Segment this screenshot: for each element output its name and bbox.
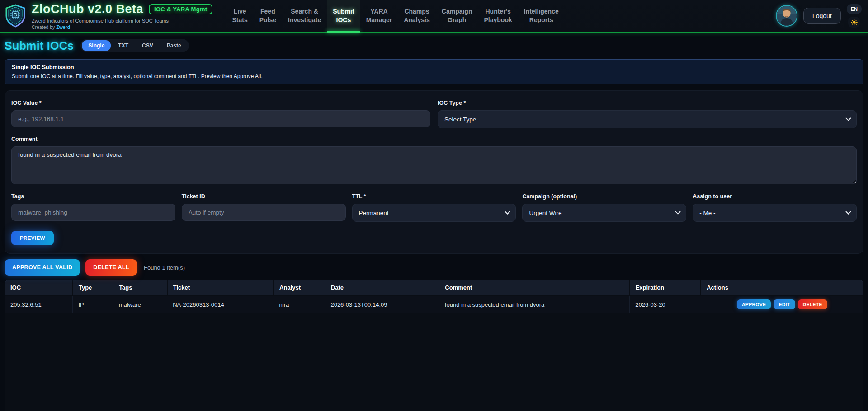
row-approve-button[interactable]: APPROVE — [737, 299, 771, 309]
preview-button[interactable]: PREVIEW — [11, 231, 54, 245]
approve-all-valid-button[interactable]: APPROVE ALL VALID — [5, 259, 80, 276]
nav-item-intelligence-reports[interactable]: Intelligence Reports — [518, 0, 565, 32]
comment-textarea[interactable]: found in a suspected email from dvora — [11, 146, 857, 184]
ioc-value-label: IOC Value * — [11, 100, 430, 106]
comment-group: Comment found in a suspected email from … — [11, 136, 857, 186]
sun-icon — [851, 19, 858, 26]
info-banner-text: Submit one IOC at a time. Fill value, ty… — [12, 73, 856, 79]
col-header-actions: Actions — [701, 280, 863, 295]
ttl-label: TTL * — [352, 193, 516, 200]
nav-item-submit-iocs[interactable]: Submit IOCs — [327, 0, 360, 32]
table-row: 205.32.6.51 IP malware NA-20260313-0014 … — [5, 295, 863, 313]
page-title-row: Submit IOCs Single TXT CSV Paste — [5, 38, 863, 53]
col-header-ioc: IOC — [5, 280, 73, 295]
cell-comment: found in a suspected email from dvora — [439, 295, 629, 313]
comment-label: Comment — [11, 136, 857, 142]
cell-actions: APPROVE EDIT DELETE — [701, 295, 863, 313]
cell-date: 2026-03-13T00:14:09 — [325, 295, 439, 313]
tab-single[interactable]: Single — [82, 40, 111, 51]
preview-results-card: IOC Type Tags Ticket Analyst Date Commen… — [5, 280, 863, 411]
col-header-analyst: Analyst — [274, 280, 325, 295]
logout-button[interactable]: Logout — [803, 8, 841, 24]
app-subtitle: Zwerd Indicators of Compromise Hub platf… — [32, 18, 212, 23]
tags-group: Tags — [11, 193, 175, 222]
tab-paste[interactable]: Paste — [160, 40, 188, 51]
ticket-id-label: Ticket ID — [182, 193, 346, 200]
page-title: Submit IOCs — [5, 39, 74, 52]
campaign-label: Campaign (optional) — [522, 193, 686, 200]
col-header-type: Type — [73, 280, 113, 295]
nav-item-yara-manager[interactable]: YARA Manager — [360, 0, 398, 32]
preview-toolbar: APPROVE ALL VALID DELETE ALL Found 1 ite… — [5, 259, 863, 276]
assign-user-group: Assign to user - Me - — [693, 193, 857, 222]
ioc-value-input[interactable] — [11, 110, 430, 127]
campaign-select[interactable]: Urgent Wire — [522, 204, 686, 222]
ticket-id-input[interactable] — [182, 204, 346, 221]
header-right: Logout EN — [776, 0, 862, 32]
tab-csv[interactable]: CSV — [136, 40, 160, 51]
tab-txt[interactable]: TXT — [112, 40, 135, 51]
theme-toggle[interactable] — [848, 17, 860, 28]
header-mini-column: EN — [847, 4, 862, 28]
delete-all-button[interactable]: DELETE ALL — [85, 259, 137, 276]
row-delete-button[interactable]: DELETE — [798, 299, 827, 309]
nav-item-feed-pulse[interactable]: Feed Pulse — [254, 0, 282, 32]
assign-user-select[interactable]: - Me - — [693, 204, 857, 222]
row-edit-button[interactable]: EDIT — [774, 299, 795, 309]
nav-item-campaign-graph[interactable]: Campaign Graph — [436, 0, 478, 32]
app-title: ZloCHub v2.0 Beta — [32, 2, 143, 16]
cell-tags: malware — [113, 295, 167, 313]
app-header: ZloCHub v2.0 Beta IOC & YARA Mgmt Zwerd … — [0, 0, 868, 33]
col-header-comment: Comment — [439, 280, 629, 295]
ticket-id-group: Ticket ID — [182, 193, 346, 222]
col-header-expiration: Expiration — [630, 280, 701, 295]
ttl-group: TTL * Permanent — [352, 193, 516, 222]
ioc-type-label: IOC Type * — [438, 100, 857, 106]
cell-ticket: NA-20260313-0014 — [167, 295, 274, 313]
single-ioc-form: IOC Value * IOC Type * Select Type Comme… — [5, 90, 863, 254]
nav-item-hunters-playbook[interactable]: Hunter's Playbook — [478, 0, 518, 32]
app-logo-shield-icon — [5, 4, 27, 28]
nav-item-champs-analysis[interactable]: Champs Analysis — [398, 0, 436, 32]
user-avatar[interactable] — [776, 5, 797, 27]
ioc-type-select[interactable]: Select Type — [438, 110, 857, 128]
main-content: Submit IOCs Single TXT CSV Paste Single … — [0, 33, 868, 411]
created-by-text: Created by — [32, 24, 56, 30]
brand: ZloCHub v2.0 Beta IOC & YARA Mgmt Zwerd … — [5, 0, 212, 32]
info-banner-title: Single IOC Submission — [12, 64, 856, 70]
preview-table: IOC Type Tags Ticket Analyst Date Commen… — [5, 280, 863, 313]
ioc-type-group: IOC Type * Select Type — [438, 100, 857, 128]
found-count-text: Found 1 item(s) — [144, 264, 185, 271]
ttl-select[interactable]: Permanent — [352, 204, 516, 222]
created-by: Created by Zwerd — [32, 24, 212, 30]
nav-item-live-stats[interactable]: Live Stats — [226, 0, 253, 32]
cell-ioc: 205.32.6.51 — [5, 295, 73, 313]
submission-mode-tabs: Single TXT CSV Paste — [80, 39, 189, 52]
campaign-group: Campaign (optional) Urgent Wire — [522, 193, 686, 222]
info-banner: Single IOC Submission Submit one IOC at … — [5, 59, 863, 84]
cell-analyst: nira — [274, 295, 325, 313]
app-badge: IOC & YARA Mgmt — [149, 4, 212, 14]
col-header-ticket: Ticket — [167, 280, 274, 295]
tags-label: Tags — [11, 193, 175, 200]
cell-expiration: 2026-03-20 — [630, 295, 701, 313]
nav-item-search-investigate[interactable]: Search & Investigate — [282, 0, 327, 32]
table-header-row: IOC Type Tags Ticket Analyst Date Commen… — [5, 280, 863, 295]
ioc-value-group: IOC Value * — [11, 100, 430, 128]
assign-user-label: Assign to user — [693, 193, 857, 200]
created-by-link[interactable]: Zwerd — [56, 24, 70, 30]
language-badge[interactable]: EN — [847, 4, 862, 14]
brand-text: ZloCHub v2.0 Beta IOC & YARA Mgmt Zwerd … — [32, 2, 212, 30]
col-header-date: Date — [325, 280, 439, 295]
col-header-tags: Tags — [113, 280, 167, 295]
main-nav: Live Stats Feed Pulse Search & Investiga… — [226, 0, 564, 32]
cell-type: IP — [73, 295, 113, 313]
tags-input[interactable] — [11, 204, 175, 221]
